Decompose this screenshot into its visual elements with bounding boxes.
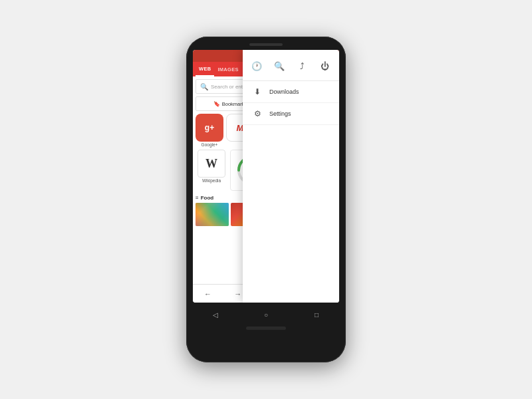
menu-icon: ≡ [196, 195, 199, 201]
bookmark-icon: 🔖 [213, 101, 220, 107]
history-icon: 🕐 [251, 61, 262, 71]
googleplus-wrapper: g+ Google+ [196, 114, 223, 147]
wikipedia-label: Wikipedia [202, 178, 221, 183]
speaker-bottom [246, 327, 286, 330]
back-button[interactable]: ← [199, 285, 217, 303]
settings-icon: ⚙ [252, 109, 263, 118]
search-icon: 🔍 [274, 61, 285, 71]
overlay-top-icons: 🕐 🔍 ⤴ ⏻ [243, 50, 339, 81]
share-button[interactable]: ⤴ [293, 57, 312, 75]
history-button[interactable]: 🕐 [247, 57, 266, 75]
settings-menu-item[interactable]: ⚙ Settings [243, 103, 339, 125]
speaker-top [249, 43, 283, 46]
android-back-button[interactable]: ◁ [206, 305, 225, 324]
search-button[interactable]: 🔍 [270, 57, 289, 75]
search-icon: 🔍 [200, 83, 208, 90]
downloads-menu-item[interactable]: ⬇ Downloads [243, 81, 339, 103]
tab-web[interactable]: WEB [196, 62, 214, 76]
tab-images[interactable]: IMAGES [214, 62, 241, 76]
download-icon: ⬇ [252, 87, 263, 96]
android-home-button[interactable]: ○ [257, 305, 275, 324]
android-nav: ◁ ○ □ [190, 305, 342, 324]
phone-screen: ▲ 📶 ▊ 12:26 WEB IMAGES SHOPPING VIDEO NE… [193, 50, 339, 303]
power-icon: ⏻ [321, 61, 329, 71]
food-thumb-1[interactable] [196, 203, 229, 226]
downloads-label: Downloads [269, 88, 299, 95]
wikipedia-item[interactable]: W Wikipedia [196, 150, 227, 191]
settings-label: Settings [269, 110, 291, 117]
googleplus-label: Google+ [201, 142, 218, 147]
overlay-menu: 🕐 🔍 ⤴ ⏻ ⬇ Downloads ⚙ Settings [243, 50, 339, 303]
wikipedia-icon: W [198, 150, 225, 178]
phone-device: ▲ 📶 ▊ 12:26 WEB IMAGES SHOPPING VIDEO NE… [186, 37, 346, 362]
food-label: Food [201, 195, 214, 201]
googleplus-icon[interactable]: g+ [196, 114, 223, 142]
share-icon: ⤴ [300, 61, 305, 71]
android-recents-button[interactable]: □ [307, 305, 326, 324]
power-button[interactable]: ⏻ [316, 57, 334, 75]
